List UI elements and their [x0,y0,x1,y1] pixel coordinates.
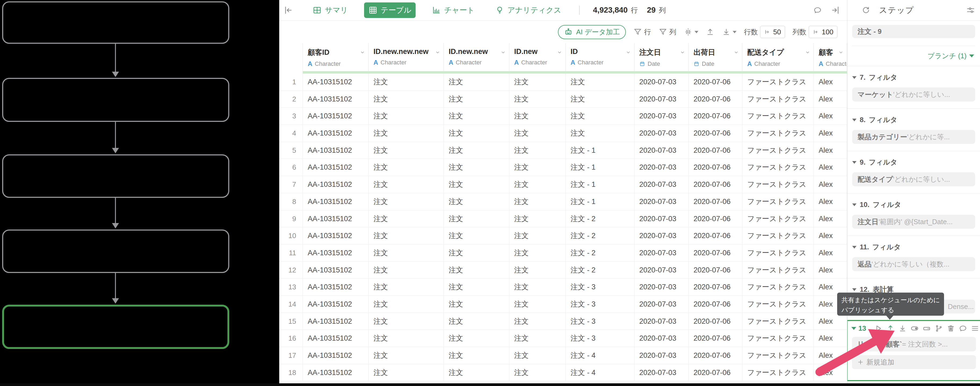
step-8-card[interactable]: 8.フィルタ製品カテゴリー 'どれかに等... [847,109,980,151]
steps-panel-header: ステップ [847,0,980,21]
step-header[interactable]: 8.フィルタ [852,115,975,125]
step-13-card[interactable]: 13 リピート顧客` = 注文回数 >... 新規追加 [847,320,980,381]
table-row: 15AA-10315102注文注文注文注文 - 32020-07-032020-… [279,313,847,330]
step-condition-pill[interactable]: 注文日 '範囲内' @{Start_Date... [852,215,975,229]
column-header-5[interactable]: IDACharacter [566,43,635,71]
branch-icon[interactable] [935,324,943,333]
table-settings-button[interactable] [684,28,698,36]
tab-table[interactable]: テーブル [364,2,416,18]
step-13-toggle[interactable]: 13 [851,324,866,333]
table-cell: AA-10315102 [303,262,369,279]
chevron-down-icon[interactable] [625,49,632,56]
column-type-label: Character [456,59,482,66]
table-cell: 注文 [444,193,509,210]
step-11-card[interactable]: 11.フィルタ返品 'どれかに等しい（複数... [847,236,980,278]
column-header-6[interactable]: 注文日Date [635,43,689,71]
menu-icon[interactable] [971,324,979,333]
rows-per-page-input[interactable]: 50 [760,26,785,38]
step-header[interactable]: 10.フィルタ [852,200,975,210]
flow-node-3[interactable] [2,154,229,198]
comment-icon[interactable] [959,324,967,333]
table-cell: 2020-07-03 [635,296,689,313]
table-cell: 注文 [509,262,566,279]
table-cell: Alex [814,193,847,210]
table-cell: AA-10315102 [303,330,369,347]
step-condition-pill[interactable]: マーケット 'どれかに等しい... [852,87,975,102]
table-row: 10AA-10315102注文注文注文注文 - 22020-07-032020-… [279,227,847,245]
collapse-right-icon[interactable] [830,5,840,15]
tab-summary-label: サマリ [325,5,348,15]
comment-icon[interactable] [813,6,822,14]
table-cell: 注文 [509,125,566,142]
column-header-3[interactable]: ID.new.newACharacter [444,43,509,71]
chevron-down-icon[interactable] [434,49,441,56]
table-cell: 注文 [509,176,566,193]
chevron-down-icon[interactable] [804,49,811,56]
branch-label: ブランチ (1) [928,51,967,61]
dataset-name-pill[interactable]: 注文 - 9 [852,25,975,38]
publish-tooltip: 共有またはスケジュールのために パブリッシュする [837,292,944,316]
chevron-down-icon[interactable] [838,49,844,56]
table-cell: 2020-07-06 [689,193,742,210]
upload-icon[interactable] [886,324,895,333]
table-cell: 注文 [444,227,509,244]
tune-icon[interactable] [966,6,975,15]
step-header[interactable]: 9.フィルタ [852,157,975,167]
table-cell: 注文 [369,330,444,347]
cols-per-page-input[interactable]: 100 [809,26,837,38]
column-header-2[interactable]: ID.new.new.newACharacter [369,43,444,71]
column-header-4[interactable]: ID.newACharacter [509,43,566,71]
calendar-icon [694,61,699,67]
table-row: 6AA-10315102注文注文注文注文 - 12020-07-032020-0… [279,159,847,176]
chevron-down-icon[interactable] [556,49,563,56]
column-header-8[interactable]: 配送タイプACharacter [742,43,814,71]
refresh-icon[interactable] [861,6,870,15]
filter-rows-button[interactable]: 行 [633,27,651,37]
upload-icon[interactable] [706,28,714,36]
collapse-left-icon[interactable] [283,5,293,15]
download-button[interactable] [722,28,737,36]
chevron-down-icon[interactable] [359,49,366,56]
step-condition-pill[interactable]: 製品カテゴリー 'どれかに等... [852,130,975,144]
chevron-down-icon[interactable] [500,49,506,56]
column-header-7[interactable]: 出荷日Date [689,43,742,71]
add-new-step-pill[interactable]: 新規追加 [852,355,976,369]
chevron-down-icon[interactable] [733,49,740,56]
flow-node-2[interactable] [2,78,229,122]
step-header[interactable]: 11.フィルタ [852,242,975,252]
column-header-1[interactable]: 顧客IDACharacter [303,43,369,71]
step-condition-pill[interactable]: 返品 'どれかに等しい（複数... [852,257,975,271]
step-header[interactable]: 7.フィルタ [852,73,975,82]
branch-row[interactable]: ブランチ (1) [847,46,980,66]
table-cell: AA-10315102 [303,347,369,364]
column-header-9[interactable]: 顧客ACharacter [814,43,847,71]
gear-icon [684,28,692,36]
table-cell: AA-10315102 [303,245,369,261]
download-icon[interactable] [898,324,907,333]
row-number: 15 [279,313,303,330]
flow-node-5-selected[interactable] [2,305,229,349]
flow-node-1[interactable] [2,2,229,44]
table-row: 14AA-10315102注文注文注文注文 - 32020-07-032020-… [279,296,847,313]
step-7-card[interactable]: 7.フィルタマーケット 'どれかに等しい... [847,66,980,109]
drive-icon[interactable] [923,324,931,333]
tab-chart[interactable]: チャート [428,2,479,18]
toggle-icon[interactable] [910,324,919,333]
row-number: 8 [279,193,303,210]
filter-cols-button[interactable]: 列 [659,27,676,37]
step-10-card[interactable]: 10.フィルタ注文日 '範囲内' @{Start_Date... [847,194,980,236]
flow-node-4[interactable] [2,229,229,273]
trash-icon[interactable] [947,324,955,333]
tab-summary[interactable]: サマリ [308,2,352,18]
step-9-card[interactable]: 9.フィルタ配送タイプ 'どれかに等しい... [847,151,980,194]
step-condition-pill[interactable]: 配送タイプ 'どれかに等しい... [852,172,975,186]
chevron-down-icon[interactable] [679,49,686,56]
table-cell: Alex [814,364,847,381]
tab-analytics[interactable]: アナリティクス [491,2,566,18]
col-count-unit: 列 [659,6,666,15]
condition-text: 'どれかに等しい... [893,90,950,99]
step-13-formula-pill[interactable]: リピート顧客` = 注文回数 >... [852,337,976,351]
table-cell: 2020-07-03 [635,279,689,295]
play-icon[interactable] [874,324,883,333]
ai-data-wrangling-button[interactable]: AI データ加工 [558,25,626,39]
